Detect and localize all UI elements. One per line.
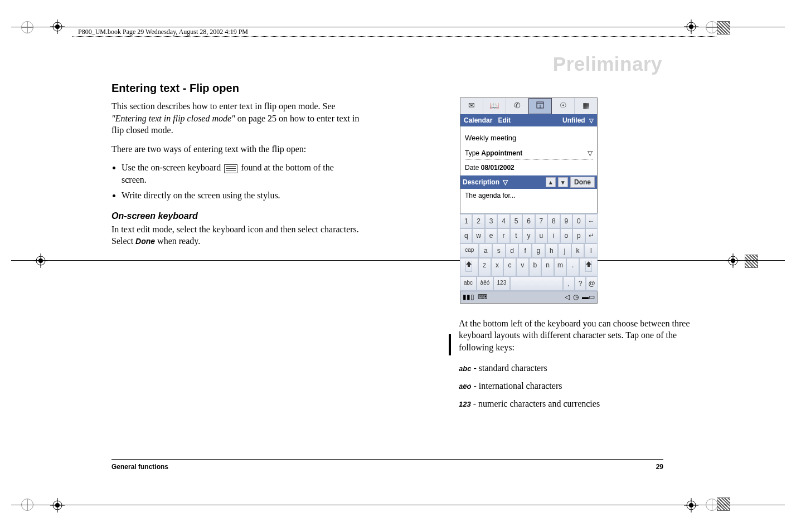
text: when ready. — [155, 236, 200, 246]
key[interactable]: y — [522, 228, 535, 243]
phone-icon[interactable]: ✆ — [506, 98, 529, 114]
key[interactable]: m — [554, 258, 567, 277]
key-label: 123 — [459, 400, 471, 408]
type-field[interactable]: Type Appointment ▽ — [465, 149, 593, 160]
backspace-key[interactable]: ← — [585, 214, 598, 228]
key[interactable]: n — [541, 258, 554, 277]
lead-in-paragraph: There are two ways of entering text with… — [111, 143, 360, 155]
key[interactable]: 2 — [472, 214, 484, 228]
crop-target-tl — [21, 21, 33, 33]
key[interactable]: i — [547, 228, 560, 243]
subsection-paragraph: In text edit mode, select the keyboard i… — [111, 223, 360, 247]
battery-icon: ▬▭ — [582, 292, 595, 301]
bullet-list: Use the on-screen keyboard found at the … — [111, 162, 360, 201]
key[interactable]: 1 — [460, 214, 472, 228]
key[interactable]: f — [518, 243, 532, 258]
key[interactable]: 6 — [522, 214, 535, 228]
sound-icon[interactable]: ◁ — [565, 292, 570, 301]
key[interactable]: c — [503, 258, 516, 277]
description-bar: Description ▽ ▴ ▾ Done — [460, 175, 597, 189]
shift-key-right[interactable] — [579, 258, 598, 277]
key[interactable]: a — [479, 243, 492, 258]
text: This section describes how to enter text… — [111, 101, 336, 111]
key[interactable]: , — [563, 276, 575, 291]
key[interactable]: j — [558, 243, 571, 258]
date-value: 08/01/2002 — [481, 164, 515, 172]
apps-icon[interactable]: ▦ — [575, 98, 597, 114]
section-heading: Entering text - Flip open — [111, 81, 360, 96]
key[interactable]: u — [535, 228, 547, 243]
key[interactable]: ? — [575, 276, 586, 291]
keyboard-row-1: 1 2 3 4 5 6 7 8 9 0 ← — [460, 214, 598, 228]
page-header-path: P800_UM.book Page 29 Wednesday, August 2… — [78, 28, 248, 36]
date-field[interactable]: Date 08/01/2002 — [465, 163, 593, 172]
page-footer: General functions 29 — [111, 459, 663, 471]
messages-icon[interactable]: ✉ — [460, 98, 483, 114]
key[interactable]: 4 — [497, 214, 509, 228]
key[interactable]: g — [532, 243, 545, 258]
svg-text:1: 1 — [539, 104, 542, 109]
key[interactable]: k — [571, 243, 585, 258]
layout-123-key[interactable]: 123 — [493, 276, 510, 291]
key[interactable]: w — [472, 228, 484, 243]
key[interactable]: 0 — [572, 214, 585, 228]
list-item: abc - standard characters — [459, 362, 698, 374]
key[interactable]: v — [516, 258, 529, 277]
folder-selector[interactable]: Unfiled ▽ — [562, 116, 594, 125]
subsection-heading: On-screen keyboard — [111, 210, 360, 222]
cap-key[interactable]: cap — [460, 243, 479, 258]
layout-intl-key[interactable]: àëó — [477, 276, 493, 291]
layout-abc-key[interactable]: abc — [460, 276, 477, 291]
key[interactable]: o — [560, 228, 572, 243]
calendar-icon[interactable]: 1 — [528, 98, 552, 114]
intro-paragraph: This section describes how to enter text… — [111, 100, 360, 136]
clock-icon[interactable]: ◷ — [573, 292, 579, 301]
footer-page-number: 29 — [656, 463, 663, 471]
key[interactable]: h — [545, 243, 559, 258]
list-item: Use the on-screen keyboard found at the … — [122, 162, 360, 186]
done-button[interactable]: Done — [570, 177, 595, 188]
key[interactable]: s — [492, 243, 506, 258]
contacts-icon[interactable]: 📖 — [483, 98, 506, 114]
key[interactable]: d — [506, 243, 519, 258]
signal-icon: ▮▮▯ — [463, 292, 474, 301]
browser-icon[interactable]: ☉ — [552, 98, 575, 114]
format-button-1[interactable]: ▴ — [546, 177, 556, 187]
key[interactable]: . — [566, 258, 579, 277]
cross-ref: "Entering text in flip closed mode" — [111, 114, 235, 123]
key[interactable]: 9 — [560, 214, 572, 228]
keyboard-icon — [224, 164, 237, 173]
device-statusbar: ▮▮▯ ⌨ ◁ ◷ ▬▭ — [460, 291, 597, 302]
menu-edit[interactable]: Edit — [498, 116, 511, 124]
crop-rule-top — [11, 27, 785, 27]
key[interactable]: x — [491, 258, 504, 277]
key[interactable]: b — [529, 258, 542, 277]
key[interactable]: l — [584, 243, 598, 258]
key[interactable]: p — [572, 228, 585, 243]
key[interactable]: 5 — [510, 214, 522, 228]
key[interactable]: t — [510, 228, 522, 243]
type-label: Type — [465, 149, 479, 157]
key[interactable]: e — [485, 228, 497, 243]
key[interactable]: 3 — [485, 214, 497, 228]
key[interactable]: @ — [586, 276, 598, 291]
date-label: Date — [465, 164, 479, 172]
format-button-2[interactable]: ▾ — [558, 177, 568, 187]
enter-key[interactable]: ↵ — [585, 228, 598, 243]
list-item: àëó - international characters — [459, 380, 698, 392]
key[interactable]: 8 — [547, 214, 560, 228]
left-column: Entering text - Flip open This section d… — [111, 81, 360, 254]
description-textarea[interactable]: The agenda for... — [465, 189, 593, 211]
chevron-down-icon[interactable]: ▽ — [503, 178, 508, 187]
menu-calendar[interactable]: Calendar — [464, 116, 492, 124]
keyboard-row-4: z x c v b n m . — [460, 258, 598, 277]
shift-key[interactable] — [460, 258, 478, 277]
key[interactable]: z — [478, 258, 491, 277]
keyboard-toggle-icon[interactable]: ⌨ — [478, 292, 487, 301]
layout-key-list: abc - standard characters àëó - internat… — [459, 362, 698, 409]
space-key[interactable] — [510, 276, 563, 291]
key[interactable]: r — [497, 228, 509, 243]
key[interactable]: q — [460, 228, 472, 243]
device-screenshot: ✉ 📖 ✆ 1 ☉ ▦ Calendar Edit Unfiled ▽ Week… — [460, 97, 598, 304]
key[interactable]: 7 — [535, 214, 547, 228]
